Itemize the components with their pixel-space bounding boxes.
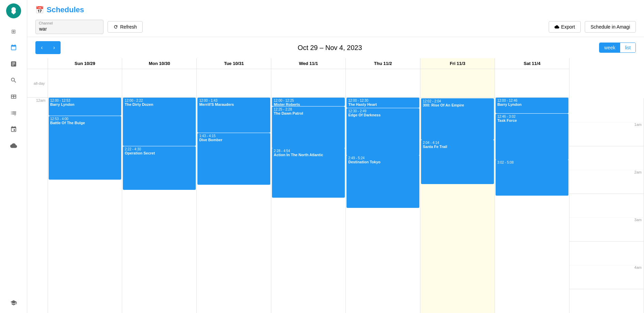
event-time: 12:30 - 2:49 — [348, 109, 418, 113]
sidebar-item-dashboard[interactable]: ⊞ — [7, 24, 20, 38]
list-view-button[interactable]: list — [620, 43, 635, 52]
event-time: 3:02 - 5:08 — [497, 161, 567, 164]
event-title: Merrill'S Marauders — [199, 102, 269, 106]
event-time: 1:43 - 4:15 — [199, 134, 269, 138]
event-time: 12:00 - 12:30 — [348, 99, 418, 102]
sidebar-item-cal-view[interactable] — [7, 122, 20, 136]
event-time: 12:00 - 2:22 — [125, 99, 194, 102]
channel-label: Channel — [39, 21, 53, 25]
events-sat: 12:00 - 12:46 Barry Lyndon 12:46 - 3:02 … — [495, 98, 569, 313]
event-merrills-marauders[interactable]: 12:00 - 1:43 Merrill'S Marauders — [197, 98, 270, 133]
event-barry-lyndon-sat[interactable]: 12:00 - 12:46 Barry Lyndon — [496, 98, 568, 113]
channel-select-wrapper: Channel war — [35, 20, 103, 34]
event-title: The Hasty Heart — [348, 102, 418, 106]
sidebar-item-cloud[interactable] — [7, 139, 20, 152]
day-headers-row: Sun 10/29 Mon 10/30 Tue 10/31 Wed 11/1 T… — [27, 58, 644, 69]
refresh-label: Refresh — [120, 24, 137, 30]
event-time: 12:00 - 12:53 — [50, 99, 120, 102]
events-mon: 12:00 - 2:22 The Dirty Dozen 2:22 - 4:30… — [122, 98, 197, 313]
refresh-button[interactable]: Refresh — [108, 21, 143, 33]
event-time: 2:28 - 4:54 — [274, 149, 343, 153]
events-sun: 12:00 - 12:53 Barry Lyndon 12:53 - 4:00 … — [48, 98, 122, 313]
sidebar: ⊞ — [0, 0, 27, 313]
event-title: The Dirty Dozen — [125, 102, 194, 106]
sidebar-item-learn[interactable] — [7, 296, 20, 310]
day-header-fri: Fri 11/3 — [420, 58, 495, 69]
cloud-upload-icon — [554, 24, 559, 29]
event-time: 12:46 - 3:02 — [497, 115, 567, 118]
day-header-wed: Wed 11/1 — [271, 58, 346, 69]
event-time: 12:00 - 12:25 — [274, 99, 343, 102]
event-time: 12:53 - 4:00 — [50, 117, 120, 121]
all-day-fri — [420, 69, 495, 98]
event-title: Mister Roberts — [274, 102, 343, 106]
export-label: Export — [561, 24, 575, 30]
hour-row-12am: 12am 12:00 - 12:53 Barry Lyndon 12:53 - … — [27, 98, 644, 98]
view-toggle: week list — [599, 43, 636, 53]
schedule-amagi-button[interactable]: Schedule in Amagi — [585, 21, 636, 33]
event-sat-3am[interactable]: 3:02 - 5:08 — [496, 160, 568, 196]
date-range: Oct 29 – Nov 4, 2023 — [61, 44, 599, 52]
event-action-north-atlantic[interactable]: 2:28 - 4:54 Action In The North Atlantic — [272, 148, 345, 198]
event-destination-tokyo[interactable]: 2:49 - 5:24 Destination Tokyo — [347, 155, 419, 208]
event-title: Barry Lyndon — [497, 102, 567, 106]
event-operation-secret[interactable]: 2:22 - 4:30 Operation Secret — [123, 146, 196, 190]
event-300-rise[interactable]: 12:02 - 2:04 300: Rise Of An Empire — [421, 98, 494, 140]
day-header-thu: Thu 11/2 — [346, 58, 420, 69]
event-time: 12:25 - 2:28 — [274, 108, 343, 111]
all-day-wed — [271, 69, 346, 98]
event-dawn-patrol[interactable]: 12:25 - 2:28 The Dawn Patrol — [272, 106, 345, 148]
event-time: 12:00 - 12:46 — [497, 99, 567, 102]
event-battle-bulge[interactable]: 12:53 - 4:00 Battle Of The Bulge — [49, 116, 122, 180]
all-day-sun — [48, 69, 122, 98]
event-hasty-heart[interactable]: 12:00 - 12:30 The Hasty Heart — [347, 98, 419, 108]
event-title: Dive Bomber — [199, 138, 269, 142]
event-title: Edge Of Darkness — [348, 113, 418, 117]
event-edge-darkness[interactable]: 12:30 - 2:49 Edge Of Darkness — [347, 108, 419, 155]
sidebar-item-list-add[interactable] — [7, 106, 20, 120]
event-title: Operation Secret — [125, 151, 194, 155]
event-title: The Dawn Patrol — [274, 111, 343, 115]
event-title: Battle Of The Bulge — [50, 121, 120, 125]
prev-arrow[interactable]: ‹ — [36, 42, 48, 54]
sidebar-item-grid[interactable] — [7, 90, 20, 103]
sidebar-item-tasks[interactable] — [7, 57, 20, 71]
events-thu: 12:00 - 12:30 The Hasty Heart 12:30 - 2:… — [346, 98, 420, 313]
day-header-sun: Sun 10/29 — [48, 58, 122, 69]
events-wed: 12:00 - 12:25 Mister Roberts 12:25 - 2:2… — [271, 98, 346, 313]
brain-icon — [9, 6, 18, 15]
event-title: Santa Fe Trail — [423, 145, 492, 149]
event-mister-roberts[interactable]: 12:00 - 12:25 Mister Roberts — [272, 98, 345, 106]
sidebar-item-search[interactable] — [7, 73, 20, 87]
event-time: 2:04 - 4:14 — [423, 141, 492, 145]
calendar-grid: Sun 10/29 Mon 10/30 Tue 10/31 Wed 11/1 T… — [27, 58, 644, 313]
all-day-tue — [197, 69, 271, 98]
page-title-text: Schedules — [47, 5, 84, 14]
event-dirty-dozen[interactable]: 12:00 - 2:22 The Dirty Dozen — [123, 98, 196, 146]
schedules-title-icon: 📅 — [35, 6, 44, 14]
event-time: 12:00 - 1:43 — [199, 99, 269, 102]
export-button[interactable]: Export — [549, 21, 581, 33]
event-time: 2:22 - 4:30 — [125, 147, 194, 151]
week-view-button[interactable]: week — [599, 43, 620, 52]
event-task-force[interactable]: 12:46 - 3:02 Task Force — [496, 114, 568, 160]
all-day-sat — [495, 69, 569, 98]
event-barry-lyndon-sun[interactable]: 12:00 - 12:53 Barry Lyndon — [49, 98, 122, 116]
day-header-mon: Mon 10/30 — [122, 58, 197, 69]
event-dive-bomber[interactable]: 1:43 - 4:15 Dive Bomber — [197, 133, 270, 185]
main-content: 📅 Schedules Channel war Refresh Export S… — [27, 0, 644, 313]
next-arrow[interactable]: › — [48, 42, 60, 54]
time-header-cell — [27, 58, 48, 69]
app-logo[interactable] — [6, 3, 21, 18]
event-santa-fe-trail[interactable]: 2:04 - 4:14 Santa Fe Trail — [421, 140, 494, 184]
event-time: 2:49 - 5:24 — [348, 156, 418, 160]
event-title: Barry Lyndon — [50, 102, 120, 106]
calendar-nav: ‹ › Oct 29 – Nov 4, 2023 week list — [27, 37, 644, 58]
sidebar-item-schedule[interactable] — [7, 41, 20, 54]
all-day-mon — [122, 69, 197, 98]
calendar-table: Sun 10/29 Mon 10/30 Tue 10/31 Wed 11/1 T… — [27, 58, 644, 313]
event-title: Destination Tokyo — [348, 160, 418, 164]
refresh-icon — [113, 24, 118, 29]
events-fri: 12:02 - 2:04 300: Rise Of An Empire 2:04… — [420, 98, 495, 313]
page-header: 📅 Schedules Channel war Refresh Export S… — [27, 0, 644, 37]
